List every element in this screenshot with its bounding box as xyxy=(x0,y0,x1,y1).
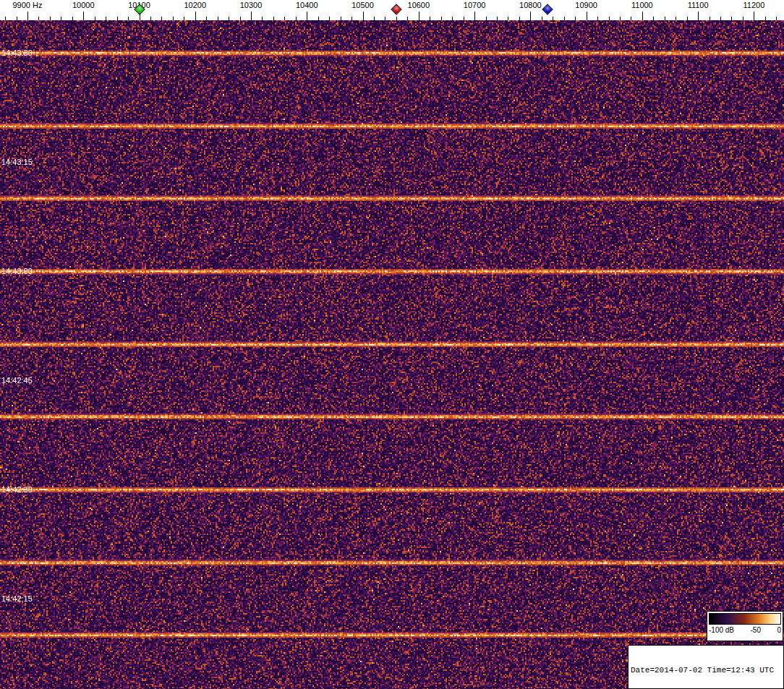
freq-tick-minor xyxy=(61,17,61,20)
freq-tick-major xyxy=(530,12,531,20)
freq-tick-minor xyxy=(296,17,297,20)
freq-tick-label: 10900 xyxy=(558,1,615,9)
freq-tick-minor xyxy=(653,17,654,20)
freq-tick-minor xyxy=(631,17,631,20)
time-label: 14:42:30 xyxy=(1,485,33,494)
frequency-ruler[interactable]: 9900 Hz100001010010200103001040010500106… xyxy=(0,0,784,20)
freq-tick-label: 10200 xyxy=(166,1,224,9)
freq-tick-minor xyxy=(50,17,51,20)
colorbar-label-mid: -50 xyxy=(751,626,761,634)
freq-tick-minor xyxy=(597,17,598,20)
freq-tick-minor xyxy=(385,17,385,20)
freq-tick-label: 10300 xyxy=(222,1,280,9)
freq-tick-minor xyxy=(776,17,777,20)
info-line-date-time: Date=2014-07-02 Time=12:43 UTC xyxy=(631,666,781,675)
freq-tick-major xyxy=(474,12,475,20)
freq-tick-minor xyxy=(609,17,610,20)
freq-tick-major xyxy=(587,12,587,20)
freq-tick-minor xyxy=(676,17,676,20)
freq-tick-minor xyxy=(240,17,241,20)
freq-tick-minor xyxy=(117,17,118,20)
freq-tick-minor xyxy=(72,17,73,20)
spectrogram-app: 9900 Hz100001010010200103001040010500106… xyxy=(0,0,784,689)
freq-tick-minor xyxy=(218,17,218,20)
freq-tick-minor xyxy=(665,17,665,20)
freq-tick-minor xyxy=(17,17,17,20)
freq-tick-minor xyxy=(128,17,129,20)
freq-tick-minor xyxy=(542,17,542,20)
freq-tick-minor xyxy=(273,17,274,20)
freq-tick-label: 10000 xyxy=(54,1,112,9)
freq-tick-major xyxy=(698,12,699,20)
freq-tick-minor xyxy=(161,17,162,20)
freq-tick-label: 11200 xyxy=(725,1,783,9)
freq-tick-label: 10700 xyxy=(446,1,503,9)
freq-tick-minor xyxy=(184,17,184,20)
freq-tick-minor xyxy=(687,17,688,20)
time-label: 14:43:15 xyxy=(1,158,33,166)
freq-tick-minor xyxy=(620,17,621,20)
freq-tick-minor xyxy=(486,17,487,20)
freq-tick-minor xyxy=(38,17,39,20)
freq-tick-major xyxy=(83,12,84,20)
time-label: 14:43:30 xyxy=(1,48,33,57)
freq-tick-minor xyxy=(430,17,430,20)
freq-tick-minor xyxy=(173,17,174,20)
freq-tick-minor xyxy=(508,17,508,20)
freq-tick-minor xyxy=(497,17,498,20)
freq-tick-minor xyxy=(351,17,352,20)
time-label: 14:43:00 xyxy=(1,267,33,275)
freq-tick-major xyxy=(363,12,364,20)
freq-tick-minor xyxy=(5,17,6,20)
freq-tick-minor xyxy=(206,17,207,20)
freq-tick-minor xyxy=(564,17,565,20)
colorbar-labels: -100 dB -50 0 xyxy=(707,625,783,634)
freq-tick-minor xyxy=(407,17,408,20)
freq-tick-minor xyxy=(329,17,330,20)
freq-tick-minor xyxy=(720,17,721,20)
freq-tick-minor xyxy=(318,17,319,20)
freq-tick-major xyxy=(754,12,754,20)
freq-tick-minor xyxy=(262,17,263,20)
freq-tick-minor xyxy=(150,17,151,20)
freq-tick-label: 9900 Hz xyxy=(0,1,56,9)
freq-tick-minor xyxy=(765,17,766,20)
freq-tick-label: 10400 xyxy=(278,1,336,9)
freq-tick-minor xyxy=(553,17,553,20)
freq-tick-label: 10500 xyxy=(334,1,392,9)
freq-tick-major xyxy=(195,12,196,20)
freq-tick-minor xyxy=(519,17,520,20)
freq-tick-major xyxy=(27,12,28,20)
freq-tick-major xyxy=(419,12,419,20)
freq-tick-minor xyxy=(374,17,375,20)
freq-tick-minor xyxy=(452,17,453,20)
freq-tick-minor xyxy=(441,17,442,20)
freq-tick-minor xyxy=(396,17,397,20)
freq-tick-label: 11100 xyxy=(669,1,727,9)
freq-tick-minor xyxy=(341,17,341,20)
freq-tick-minor xyxy=(575,17,576,20)
colorbar-label-min: -100 dB xyxy=(709,626,734,634)
freq-tick-minor xyxy=(106,17,106,20)
observation-info-box: Date=2014-07-02 Time=12:43 UTC Freq=143 … xyxy=(628,645,784,689)
freq-tick-minor xyxy=(95,17,95,20)
freq-tick-minor xyxy=(284,17,285,20)
freq-tick-minor xyxy=(731,17,732,20)
freq-tick-major xyxy=(642,12,643,20)
freq-tick-major xyxy=(307,12,307,20)
time-label: 14:42:15 xyxy=(1,594,33,603)
freq-tick-minor xyxy=(464,17,464,20)
freq-tick-minor xyxy=(710,17,710,20)
time-label: 14:42:45 xyxy=(1,376,33,385)
spectrogram-canvas[interactable] xyxy=(0,20,784,689)
colorbar-gradient xyxy=(709,613,781,625)
freq-tick-minor xyxy=(743,17,743,20)
freq-tick-major xyxy=(251,12,252,20)
colorbar-legend: -100 dB -50 0 xyxy=(707,611,783,641)
freq-tick-minor xyxy=(229,17,229,20)
colorbar-label-max: 0 xyxy=(777,626,781,634)
freq-tick-label: 11000 xyxy=(613,1,671,9)
